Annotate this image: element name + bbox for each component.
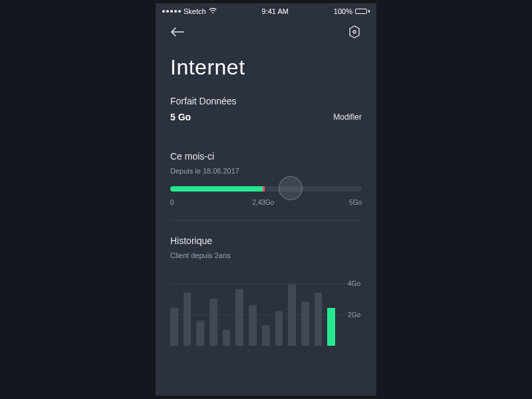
battery-icon [355, 9, 370, 14]
progress-fill [170, 186, 263, 192]
status-right: 100% [334, 7, 370, 15]
phone-frame: Sketch 9:41 AM 100% Internet [156, 3, 376, 396]
history-bar [209, 299, 217, 346]
forfait-section: Forfait Données 5 Go Modifier [156, 96, 376, 122]
history-since: Client depuis 2ans [170, 251, 362, 259]
usage-slider-knob[interactable] [279, 176, 303, 200]
modify-button[interactable]: Modifier [333, 112, 362, 122]
progress-min-label: 0 [170, 199, 174, 206]
back-button[interactable] [170, 27, 185, 37]
progress-cap [263, 186, 265, 192]
history-bar-current [327, 308, 335, 346]
usage-heading: Ce mois-ci [170, 151, 362, 162]
status-bar: Sketch 9:41 AM 100% [156, 3, 376, 18]
history-bar [301, 302, 309, 346]
usage-since: Depuis le 18.06.2017 [170, 167, 362, 175]
clock-label: 9:41 AM [262, 7, 289, 15]
signal-dots-icon [162, 10, 181, 13]
history-bar [288, 285, 296, 346]
forfait-heading: Forfait Données [170, 96, 362, 106]
history-bar [275, 311, 283, 346]
history-bar [196, 321, 204, 346]
history-section: Historique Client depuis 2ans [156, 235, 376, 259]
svg-point-0 [353, 31, 356, 33]
hexagon-settings-icon [347, 25, 362, 39]
usage-progress [170, 184, 362, 194]
status-left: Sketch [162, 7, 217, 15]
history-bar [170, 308, 178, 346]
tick-label-low: 2Go [348, 311, 360, 318]
history-bar [249, 305, 257, 346]
history-bar [235, 289, 243, 346]
usage-section: Ce mois-ci Depuis le 18.06.2017 0 2,43Go… [156, 151, 376, 208]
arrow-left-icon [170, 27, 185, 37]
history-bar [223, 330, 231, 346]
settings-button[interactable] [347, 25, 362, 39]
history-heading: Historique [170, 235, 362, 246]
progress-current-label: 2,43Go [253, 199, 275, 206]
battery-pct-label: 100% [334, 7, 352, 15]
carrier-label: Sketch [184, 7, 206, 15]
nav-bar [156, 18, 376, 43]
history-chart: 4Go 2Go [156, 267, 376, 346]
wifi-icon [209, 7, 217, 15]
history-bar [315, 293, 323, 346]
tick-label-high: 4Go [348, 279, 360, 287]
forfait-value: 5 Go [170, 112, 191, 122]
progress-max-label: 5Go [349, 199, 362, 206]
history-bar [184, 293, 192, 346]
history-bar [262, 325, 270, 346]
divider [170, 136, 362, 136]
page-title: Internet [156, 43, 376, 96]
divider [170, 220, 362, 221]
